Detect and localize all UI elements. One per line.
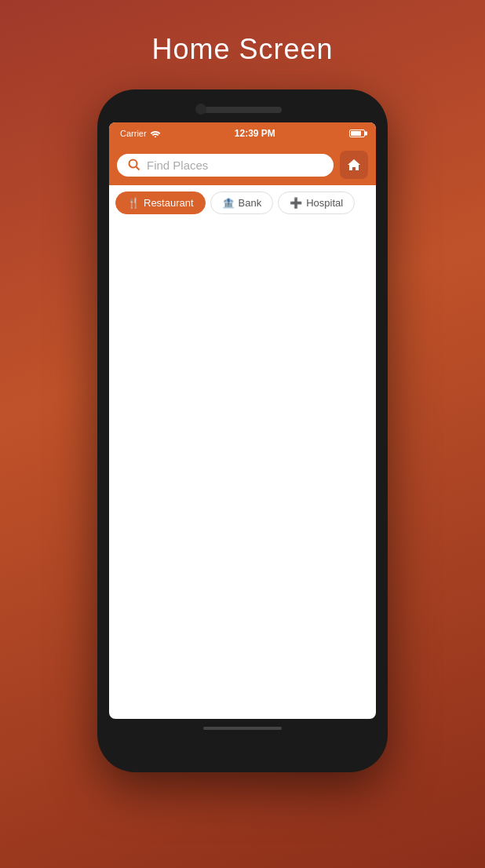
- tab-hospital[interactable]: ➕ Hospital: [278, 191, 355, 214]
- hospital-icon: ➕: [290, 197, 302, 209]
- category-tabs: 🍴 Restaurant 🏦 Bank ➕ Hospital: [109, 185, 376, 214]
- svg-point-1: [129, 160, 137, 168]
- phone-frame: Carrier 12:39 PM: [97, 89, 388, 772]
- carrier-text: Carrier: [120, 129, 161, 138]
- battery-icon: [349, 129, 365, 137]
- svg-point-0: [155, 137, 156, 138]
- page-title: Home Screen: [151, 33, 333, 66]
- svg-line-2: [137, 167, 140, 170]
- search-placeholder: Find Places: [147, 159, 323, 172]
- home-button[interactable]: [340, 151, 368, 179]
- svg-marker-3: [348, 159, 360, 170]
- search-bar: Find Places: [109, 144, 376, 185]
- phone-camera: [195, 104, 206, 115]
- tab-restaurant[interactable]: 🍴 Restaurant: [115, 191, 206, 214]
- home-icon: [347, 159, 361, 171]
- phone-speaker: [203, 107, 282, 113]
- search-icon: [128, 159, 140, 171]
- bank-icon: 🏦: [222, 197, 235, 209]
- status-icons: [349, 129, 365, 137]
- tab-bank[interactable]: 🏦 Bank: [210, 191, 274, 214]
- status-bar: Carrier 12:39 PM: [109, 122, 376, 144]
- restaurant-icon: 🍴: [127, 197, 140, 209]
- search-input-wrap[interactable]: Find Places: [117, 154, 334, 177]
- status-time: 12:39 PM: [235, 128, 275, 139]
- phone-home-indicator: [203, 727, 282, 730]
- wifi-icon: [150, 129, 161, 137]
- phone-screen: Carrier 12:39 PM: [109, 122, 376, 719]
